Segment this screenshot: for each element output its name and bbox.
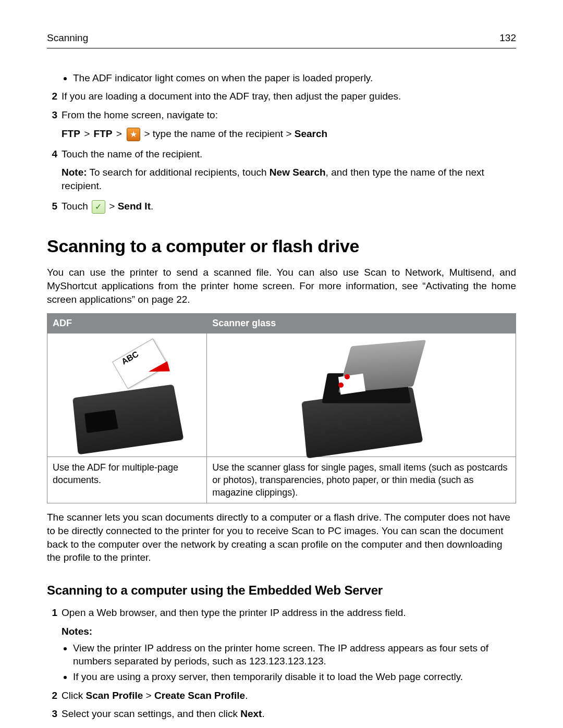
step-number: 1 <box>47 606 62 620</box>
step-number: 3 <box>47 108 62 122</box>
note-label: Note: <box>62 167 87 178</box>
leading-bullet-list: The ADF indicator light comes on when th… <box>47 71 516 85</box>
step-5-lead: Touch <box>62 201 91 212</box>
table-desc-scanner-glass: Use the scanner glass for single pages, … <box>207 456 516 503</box>
step-3-next: Next <box>240 708 262 719</box>
step-5: 5 Touch ✓ > Send It. <box>47 200 516 214</box>
running-header-section: Scanning <box>47 31 88 45</box>
step-4-note: Note: To search for additional recipient… <box>62 166 516 192</box>
nav-ftp-2: FTP <box>94 128 113 139</box>
printer-adf-illustration: ABC <box>59 343 195 447</box>
nav-sep: > <box>83 128 91 139</box>
table-header-scanner-glass: Scanner glass <box>207 314 516 333</box>
section-heading: Scanning to a computer or flash drive <box>47 235 516 258</box>
step-2-sep: > <box>143 690 154 701</box>
step-text: Open a Web browser, and then type the pr… <box>62 606 516 620</box>
after-table-paragraph: The scanner lets you scan documents dire… <box>47 511 516 564</box>
step-3-lead: Select your scan settings, and then clic… <box>62 708 240 719</box>
step-number: 3 <box>47 707 62 721</box>
table-image-scanner-glass <box>207 333 516 456</box>
step-number: 5 <box>47 200 62 213</box>
step-4: 4 Touch the name of the recipient. <box>47 147 516 161</box>
step-2: 2 If you are loading a document into the… <box>47 90 516 103</box>
step-text: Touch the name of the recipient. <box>62 147 516 161</box>
step-number: 2 <box>47 689 62 702</box>
section-intro-paragraph: You can use the printer to send a scanne… <box>47 266 516 306</box>
nav-ftp-1: FTP <box>62 128 80 139</box>
step-number: 2 <box>47 90 62 103</box>
notes-bullet-1: View the printer IP address on the print… <box>73 641 516 668</box>
nav-sep: > <box>115 128 123 139</box>
scan-methods-table: ADF Scanner glass ABC <box>47 313 516 503</box>
step-text: Select your scan settings, and then clic… <box>62 707 516 721</box>
table-header-adf: ADF <box>47 314 207 333</box>
step-5-sendit: Send It <box>118 201 151 212</box>
running-header-page: 132 <box>499 31 516 45</box>
step-2-scan-profile: Scan Profile <box>85 690 143 701</box>
nav-instruction: > type the name of the recipient > <box>144 128 294 139</box>
step-2-create: Create Scan Profile <box>154 690 245 701</box>
step-5-tail: . <box>151 201 153 212</box>
document-page: Scanning 132 The ADF indicator light com… <box>0 0 563 728</box>
table-desc-adf: Use the ADF for multiple‑page documents. <box>47 456 207 503</box>
step-3-tail: . <box>262 708 264 719</box>
subsection-heading: Scanning to a computer using the Embedde… <box>47 582 516 599</box>
step-text: Touch ✓ > Send It. <box>62 200 516 214</box>
step-5-sep: > <box>109 201 117 212</box>
step-3-navigation-path: FTP > FTP > ★ > type the name of the rec… <box>62 127 516 141</box>
note-text-a: To search for additional recipients, tou… <box>87 167 270 178</box>
checkmark-icon: ✓ <box>92 200 105 214</box>
leading-bullet: The ADF indicator light comes on when th… <box>73 71 516 85</box>
step-2-tail: . <box>245 690 248 701</box>
step-text: Click Scan Profile > Create Scan Profile… <box>62 689 516 702</box>
step-number: 4 <box>47 147 62 161</box>
notes-bullet-2: If you are using a proxy server, then te… <box>73 670 516 684</box>
step-text: If you are loading a document into the A… <box>62 90 516 103</box>
nav-search: Search <box>295 128 327 139</box>
content-body: The ADF indicator light comes on when th… <box>47 71 516 721</box>
bottom-step-3: 3 Select your scan settings, and then cl… <box>47 707 516 721</box>
step-3: 3 From the home screen, navigate to: <box>47 108 516 122</box>
running-header: Scanning 132 <box>47 31 516 48</box>
notes-bullet-list: View the printer IP address on the print… <box>47 641 516 684</box>
notes-label: Notes: <box>62 625 516 638</box>
bottom-step-2: 2 Click Scan Profile > Create Scan Profi… <box>47 689 516 702</box>
bottom-step-1: 1 Open a Web browser, and then type the … <box>47 606 516 620</box>
printer-glass-illustration <box>293 343 429 447</box>
step-text: From the home screen, navigate to: <box>62 108 516 122</box>
note-bold: New Search <box>270 167 326 178</box>
table-image-adf: ABC <box>47 333 207 456</box>
address-book-icon: ★ <box>127 128 140 141</box>
step-2-lead: Click <box>62 690 85 701</box>
